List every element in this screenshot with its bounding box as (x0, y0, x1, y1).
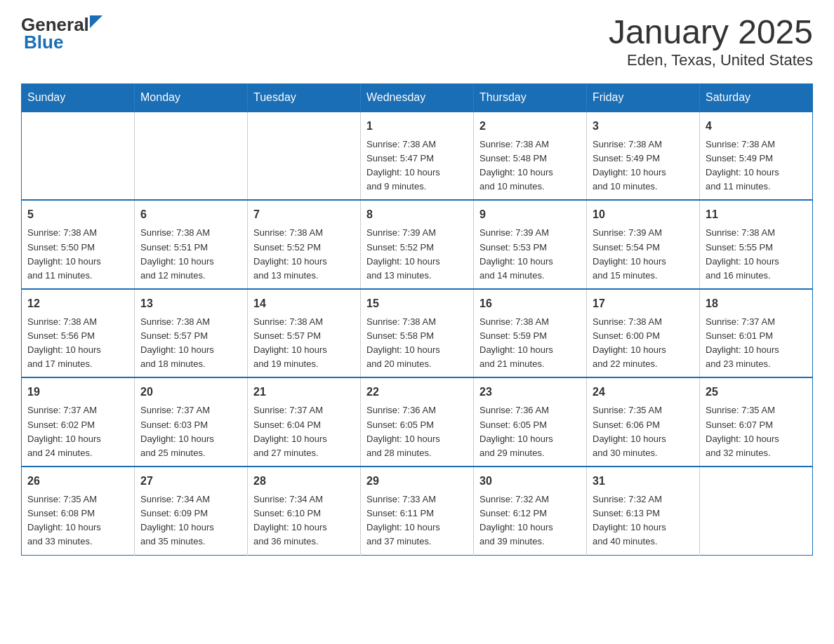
day-number: 12 (27, 295, 128, 312)
day-info: Sunrise: 7:32 AM Sunset: 6:13 PM Dayligh… (593, 492, 694, 549)
calendar-day-28: 28Sunrise: 7:34 AM Sunset: 6:10 PM Dayli… (248, 467, 361, 555)
day-info: Sunrise: 7:38 AM Sunset: 5:57 PM Dayligh… (140, 315, 241, 372)
page-header: General Blue January 2025 Eden, Texas, U… (21, 14, 813, 69)
calendar-day-20: 20Sunrise: 7:37 AM Sunset: 6:03 PM Dayli… (135, 377, 248, 467)
day-info: Sunrise: 7:38 AM Sunset: 5:50 PM Dayligh… (27, 226, 128, 283)
calendar-day-16: 16Sunrise: 7:38 AM Sunset: 5:59 PM Dayli… (474, 289, 587, 378)
calendar-week-row: 12Sunrise: 7:38 AM Sunset: 5:56 PM Dayli… (22, 289, 813, 378)
calendar-day-21: 21Sunrise: 7:37 AM Sunset: 6:04 PM Dayli… (248, 377, 361, 467)
day-number: 22 (366, 384, 468, 401)
calendar-day-19: 19Sunrise: 7:37 AM Sunset: 6:02 PM Dayli… (22, 377, 135, 467)
day-number: 3 (593, 118, 694, 135)
day-info: Sunrise: 7:35 AM Sunset: 6:07 PM Dayligh… (706, 403, 807, 460)
calendar-day-11: 11Sunrise: 7:38 AM Sunset: 5:55 PM Dayli… (700, 200, 813, 289)
calendar-day-27: 27Sunrise: 7:34 AM Sunset: 6:09 PM Dayli… (135, 467, 248, 555)
calendar-day-17: 17Sunrise: 7:38 AM Sunset: 6:00 PM Dayli… (587, 289, 700, 378)
day-info: Sunrise: 7:38 AM Sunset: 5:52 PM Dayligh… (253, 226, 355, 283)
day-number: 2 (479, 118, 581, 135)
calendar-day-3: 3Sunrise: 7:38 AM Sunset: 5:49 PM Daylig… (587, 112, 700, 201)
empty-cell (135, 112, 248, 201)
logo-blue-text: Blue (21, 32, 63, 53)
header-day-wednesday: Wednesday (361, 83, 474, 112)
day-number: 19 (27, 384, 128, 401)
day-number: 17 (593, 295, 694, 312)
logo: General Blue (21, 14, 102, 53)
calendar-day-25: 25Sunrise: 7:35 AM Sunset: 6:07 PM Dayli… (700, 377, 813, 467)
calendar-day-31: 31Sunrise: 7:32 AM Sunset: 6:13 PM Dayli… (587, 467, 700, 555)
day-info: Sunrise: 7:38 AM Sunset: 6:00 PM Dayligh… (593, 315, 694, 372)
title-block: January 2025 Eden, Texas, United States (609, 14, 813, 69)
day-info: Sunrise: 7:37 AM Sunset: 6:04 PM Dayligh… (253, 403, 355, 460)
logo-triangle-icon (90, 15, 102, 28)
day-info: Sunrise: 7:36 AM Sunset: 6:05 PM Dayligh… (366, 403, 468, 460)
calendar-day-18: 18Sunrise: 7:37 AM Sunset: 6:01 PM Dayli… (700, 289, 813, 378)
header-day-thursday: Thursday (474, 83, 587, 112)
calendar-week-row: 1Sunrise: 7:38 AM Sunset: 5:47 PM Daylig… (22, 112, 813, 201)
day-number: 28 (253, 473, 355, 490)
calendar-day-24: 24Sunrise: 7:35 AM Sunset: 6:06 PM Dayli… (587, 377, 700, 467)
day-info: Sunrise: 7:39 AM Sunset: 5:54 PM Dayligh… (593, 226, 694, 283)
day-number: 16 (479, 295, 581, 312)
empty-cell (22, 112, 135, 201)
day-number: 21 (253, 384, 355, 401)
calendar-day-6: 6Sunrise: 7:38 AM Sunset: 5:51 PM Daylig… (135, 200, 248, 289)
page-subtitle: Eden, Texas, United States (609, 51, 813, 69)
calendar-day-4: 4Sunrise: 7:38 AM Sunset: 5:49 PM Daylig… (700, 112, 813, 201)
calendar-day-30: 30Sunrise: 7:32 AM Sunset: 6:12 PM Dayli… (474, 467, 587, 555)
day-info: Sunrise: 7:35 AM Sunset: 6:06 PM Dayligh… (593, 403, 694, 460)
day-number: 23 (479, 384, 581, 401)
day-number: 11 (706, 206, 807, 223)
day-info: Sunrise: 7:38 AM Sunset: 5:55 PM Dayligh… (706, 226, 807, 283)
day-info: Sunrise: 7:37 AM Sunset: 6:02 PM Dayligh… (27, 403, 128, 460)
day-info: Sunrise: 7:34 AM Sunset: 6:09 PM Dayligh… (140, 492, 241, 549)
day-number: 5 (27, 206, 128, 223)
day-number: 9 (479, 206, 581, 223)
day-info: Sunrise: 7:35 AM Sunset: 6:08 PM Dayligh… (27, 492, 128, 549)
day-info: Sunrise: 7:34 AM Sunset: 6:10 PM Dayligh… (253, 492, 355, 549)
header-day-monday: Monday (135, 83, 248, 112)
svg-marker-0 (90, 15, 102, 28)
day-number: 10 (593, 206, 694, 223)
day-number: 1 (366, 118, 468, 135)
day-info: Sunrise: 7:33 AM Sunset: 6:11 PM Dayligh… (366, 492, 468, 549)
day-number: 20 (140, 384, 241, 401)
calendar-day-10: 10Sunrise: 7:39 AM Sunset: 5:54 PM Dayli… (587, 200, 700, 289)
day-number: 27 (140, 473, 241, 490)
day-number: 30 (479, 473, 581, 490)
day-number: 26 (27, 473, 128, 490)
calendar-day-14: 14Sunrise: 7:38 AM Sunset: 5:57 PM Dayli… (248, 289, 361, 378)
calendar-week-row: 26Sunrise: 7:35 AM Sunset: 6:08 PM Dayli… (22, 467, 813, 555)
day-number: 14 (253, 295, 355, 312)
calendar-day-8: 8Sunrise: 7:39 AM Sunset: 5:52 PM Daylig… (361, 200, 474, 289)
day-info: Sunrise: 7:38 AM Sunset: 5:51 PM Dayligh… (140, 226, 241, 283)
empty-cell (248, 112, 361, 201)
calendar-day-22: 22Sunrise: 7:36 AM Sunset: 6:05 PM Dayli… (361, 377, 474, 467)
day-info: Sunrise: 7:37 AM Sunset: 6:01 PM Dayligh… (706, 315, 807, 372)
calendar-day-1: 1Sunrise: 7:38 AM Sunset: 5:47 PM Daylig… (361, 112, 474, 201)
day-number: 18 (706, 295, 807, 312)
day-number: 24 (593, 384, 694, 401)
day-number: 25 (706, 384, 807, 401)
day-info: Sunrise: 7:38 AM Sunset: 5:57 PM Dayligh… (253, 315, 355, 372)
day-number: 8 (366, 206, 468, 223)
day-info: Sunrise: 7:37 AM Sunset: 6:03 PM Dayligh… (140, 403, 241, 460)
day-number: 15 (366, 295, 468, 312)
page-title: January 2025 (609, 14, 813, 51)
day-info: Sunrise: 7:38 AM Sunset: 5:49 PM Dayligh… (706, 137, 807, 194)
header-day-friday: Friday (587, 83, 700, 112)
day-number: 7 (253, 206, 355, 223)
day-info: Sunrise: 7:38 AM Sunset: 5:56 PM Dayligh… (27, 315, 128, 372)
day-info: Sunrise: 7:38 AM Sunset: 5:47 PM Dayligh… (366, 137, 468, 194)
header-day-sunday: Sunday (22, 83, 135, 112)
calendar-header-row: SundayMondayTuesdayWednesdayThursdayFrid… (22, 83, 813, 112)
header-day-saturday: Saturday (700, 83, 813, 112)
calendar-day-23: 23Sunrise: 7:36 AM Sunset: 6:05 PM Dayli… (474, 377, 587, 467)
calendar-day-15: 15Sunrise: 7:38 AM Sunset: 5:58 PM Dayli… (361, 289, 474, 378)
day-number: 13 (140, 295, 241, 312)
day-number: 6 (140, 206, 241, 223)
day-info: Sunrise: 7:39 AM Sunset: 5:52 PM Dayligh… (366, 226, 468, 283)
calendar-day-2: 2Sunrise: 7:38 AM Sunset: 5:48 PM Daylig… (474, 112, 587, 201)
calendar-day-13: 13Sunrise: 7:38 AM Sunset: 5:57 PM Dayli… (135, 289, 248, 378)
calendar-day-26: 26Sunrise: 7:35 AM Sunset: 6:08 PM Dayli… (22, 467, 135, 555)
day-info: Sunrise: 7:32 AM Sunset: 6:12 PM Dayligh… (479, 492, 581, 549)
